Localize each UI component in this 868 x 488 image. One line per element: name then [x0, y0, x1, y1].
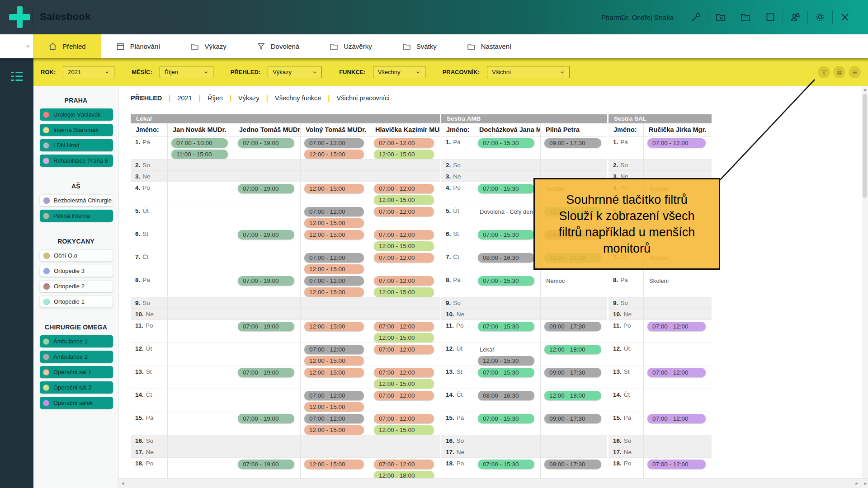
funnel-button[interactable]	[818, 66, 830, 78]
vertical-scrollbar[interactable]: ▲ ▼	[862, 86, 868, 478]
shift-chip[interactable]: 12:00 - 15:00	[374, 425, 434, 435]
shift-chip[interactable]: 12:00 - 15:00	[304, 218, 364, 228]
key-icon[interactable]	[690, 11, 702, 23]
sidebar-item-rehabilitace-praha-6[interactable]: Rehabilitace Praha 6	[40, 155, 113, 167]
shift-chip[interactable]: 12:00 - 15:00	[304, 402, 364, 412]
shift-chip[interactable]: 07:00 - 12:00	[374, 322, 434, 331]
shift-chip[interactable]: 07:00 - 12:00	[647, 368, 706, 377]
shift-chip[interactable]: 07:00 - 19:00	[238, 276, 294, 286]
sidebar-item-ldn-hrad[interactable]: LDN Hrad	[40, 139, 113, 151]
vertical-scroll-thumb[interactable]	[863, 94, 867, 198]
shift-chip[interactable]: 07:00 - 12:00	[374, 414, 434, 423]
sidebar-item-opera-n-s-lek[interactable]: Operační sálek	[40, 397, 113, 409]
shift-chip[interactable]: 12:00 - 15:00	[304, 356, 364, 366]
horizontal-scrollbar[interactable]: ◂ ▸	[119, 478, 868, 488]
sidebar-item-opera-n-s-l-1[interactable]: Operační sál 1	[40, 366, 113, 378]
shift-chip[interactable]: 07:00 - 12:00	[374, 230, 434, 239]
shift-chip[interactable]: 12:00 - 15:00	[374, 195, 434, 205]
shift-chip[interactable]: 07:00 - 15:30	[478, 276, 534, 286]
shift-chip[interactable]: 12:00 - 15:00	[304, 264, 364, 274]
tab-svátky[interactable]: Svátky	[387, 34, 452, 58]
shift-chip[interactable]: 12:00 - 15:00	[374, 379, 434, 389]
sidebar-item-ambulance-1[interactable]: Ambulance 1	[40, 335, 113, 347]
shift-chip[interactable]: 07:00 - 12:00	[647, 460, 706, 469]
shift-chip[interactable]: 12:00 - 15:00	[304, 460, 364, 469]
shift-chip[interactable]: 09:00 - 17:30	[544, 414, 601, 423]
shift-chip[interactable]: 07:00 - 15:30	[478, 322, 534, 331]
sidebar-item-ortopedie-1[interactable]: Ortopedie 1	[40, 296, 113, 308]
shift-chip[interactable]: 12:00 - 15:00	[304, 322, 364, 331]
shift-chip[interactable]: 07:00 - 12:00	[304, 414, 364, 423]
shift-chip[interactable]: 08:00 - 16:30	[478, 391, 534, 400]
shift-chip[interactable]: 12:00 - 18:00	[544, 391, 601, 400]
shift-chip[interactable]: 07:00 - 15:30	[478, 184, 534, 193]
user-search-icon[interactable]	[789, 11, 801, 23]
shift-chip[interactable]: 07:00 - 12:00	[374, 368, 434, 377]
tab-přehled[interactable]: Přehled	[33, 34, 101, 58]
sidebar-item-interna-starom-k[interactable]: Interna Staromák	[40, 124, 113, 136]
tab-plánování[interactable]: Plánování	[101, 34, 175, 58]
shift-chip[interactable]: 12:00 - 15:00	[304, 287, 364, 297]
filter-select[interactable]: Všichni	[487, 66, 570, 78]
sidebar-item-ortopedie-2[interactable]: Ortopedie 2	[40, 280, 113, 292]
shift-chip[interactable]: 07:00 - 15:30	[478, 414, 534, 423]
shift-chip[interactable]: 07:00 - 12:00	[304, 253, 364, 263]
sidebar-item-p-kn-interna[interactable]: Pěkná Interna	[40, 210, 113, 222]
shift-chip[interactable]: 07:00 - 12:00	[647, 322, 706, 331]
shift-chip[interactable]: 07:00 - 15:30	[478, 460, 534, 469]
shift-chip[interactable]: 07:00 - 12:00	[304, 138, 364, 148]
shift-chip[interactable]: 07:00 - 12:00	[374, 276, 434, 286]
shift-chip[interactable]: 07:00 - 12:00	[374, 207, 434, 216]
shift-chip[interactable]: 07:00 - 12:00	[374, 138, 434, 148]
sidebar-item-ortopedie-3[interactable]: Ortopedie 3	[40, 265, 113, 277]
shift-chip[interactable]: 07:00 - 12:00	[374, 184, 434, 193]
shift-chip[interactable]: 12:00 - 15:00	[304, 150, 364, 159]
gear-icon[interactable]	[814, 11, 826, 23]
close-icon[interactable]	[839, 11, 851, 23]
tab-nastavení[interactable]: Nastavení	[452, 34, 527, 58]
tab-výkazy[interactable]: Výkazy	[175, 34, 241, 58]
sidebar-item-urologie-v-clav-k[interactable]: Urologie Václavák	[40, 108, 113, 121]
shift-chip[interactable]: 07:00 - 15:30	[478, 230, 534, 239]
window-icon[interactable]	[764, 11, 776, 23]
shift-chip[interactable]: 12:00 - 15:00	[374, 150, 434, 159]
tab-dovolená[interactable]: Dovolená	[241, 34, 314, 58]
shift-chip[interactable]: 07:00 - 12:00	[374, 460, 434, 469]
shift-chip[interactable]: 07:00 - 12:00	[374, 391, 434, 400]
shift-chip[interactable]: 12:00 - 15:30	[478, 356, 534, 366]
scroll-down-arrow[interactable]: ▼	[863, 482, 867, 486]
shift-chip[interactable]: 07:00 - 10:00	[171, 138, 228, 148]
shift-chip[interactable]: 09:00 - 17:30	[544, 368, 601, 377]
shift-chip[interactable]: 07:00 - 12:00	[647, 414, 706, 423]
folder-n-icon[interactable]: N	[715, 11, 726, 23]
shift-chip[interactable]: 08:00 - 16:30	[478, 253, 534, 263]
menu-button[interactable]	[849, 66, 861, 78]
shift-chip[interactable]: 12:00 - 15:00	[304, 184, 364, 193]
shift-chip[interactable]: 07:00 - 15:30	[478, 138, 534, 148]
sidebar-item-ambulance-2[interactable]: Ambulance 2	[40, 351, 113, 363]
shift-chip[interactable]: 07:00 - 15:30	[478, 368, 534, 377]
shift-chip[interactable]: 07:00 - 12:00	[374, 345, 434, 354]
shift-chip[interactable]: 09:00 - 17:30	[544, 138, 601, 148]
shift-chip[interactable]: 07:00 - 12:00	[304, 391, 364, 400]
scroll-up-arrow[interactable]: ▲	[863, 87, 867, 92]
shift-chip[interactable]: 07:00 - 19:00	[238, 184, 294, 193]
tab-uzávěrky[interactable]: Uzávěrky	[314, 34, 387, 58]
shift-chip[interactable]: 07:00 - 19:00	[238, 414, 294, 423]
shift-chip[interactable]: 12:00 - 15:00	[304, 230, 364, 239]
shift-chip[interactable]: 07:00 - 19:00	[238, 368, 294, 377]
printer-button[interactable]	[833, 66, 845, 78]
folder-icon[interactable]	[740, 11, 751, 23]
shift-chip[interactable]: 09:00 - 17:30	[544, 322, 601, 331]
shift-chip[interactable]: 11:00 - 15:00	[171, 150, 228, 159]
checklist-icon[interactable]	[10, 70, 24, 82]
filter-select[interactable]: Výkazy	[268, 66, 322, 78]
shift-chip[interactable]: 07:00 - 19:00	[238, 322, 294, 331]
shift-chip[interactable]: 07:00 - 12:00	[374, 253, 434, 263]
shift-chip[interactable]: 07:00 - 12:00	[304, 345, 364, 354]
shift-chip[interactable]: 12:00 - 15:00	[374, 241, 434, 251]
shift-chip[interactable]: 12:00 - 15:00	[374, 333, 434, 343]
shift-chip[interactable]: 09:00 - 17:30	[544, 460, 601, 469]
shift-chip[interactable]: 12:00 - 15:00	[304, 425, 364, 435]
filter-select[interactable]: Všechny	[373, 66, 425, 78]
